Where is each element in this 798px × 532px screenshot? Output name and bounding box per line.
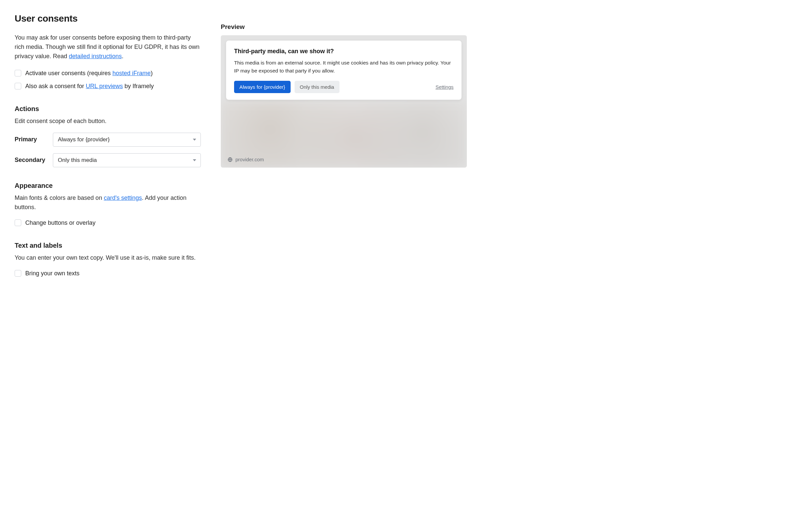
activate-consents-label-pre: Activate user consents (requires [25,70,112,76]
primary-action-row: Primary Always for {provider} [15,133,201,147]
preview-primary-button[interactable]: Always for {provider} [234,81,291,93]
text-labels-title: Text and labels [15,242,201,249]
actions-title: Actions [15,105,201,113]
activate-consents-label: Activate user consents (requires hosted … [25,69,153,77]
bring-own-texts-row: Bring your own texts [15,269,201,278]
text-labels-section: Text and labels You can enter your own t… [15,242,201,278]
url-previews-link[interactable]: URL previews [86,83,123,90]
preview-card-title: Third-party media, can we show it? [234,48,454,55]
intro-text-post: . [122,53,124,59]
detailed-instructions-link[interactable]: detailed instructions [69,53,122,59]
activate-consents-label-post: ) [151,70,153,76]
preview-consent-card: Third-party media, can we show it? This … [226,41,461,100]
preview-secondary-button[interactable]: Only this media [294,81,340,93]
preview-frame: Third-party media, can we show it? This … [221,35,467,168]
activate-consents-checkbox[interactable] [15,70,21,76]
change-buttons-label: Change buttons or overlay [25,219,95,227]
url-previews-label-pre: Also ask a consent for [25,83,86,90]
text-labels-desc: You can enter your own text copy. We'll … [15,253,201,263]
preview-settings-link[interactable]: Settings [436,84,454,90]
change-buttons-checkbox[interactable] [15,220,21,226]
preview-actions: Always for {provider} Only this media Se… [234,81,454,93]
hosted-iframe-link[interactable]: hosted iFrame [112,70,151,76]
appearance-desc: Main fonts & colors are based on card's … [15,193,201,212]
actions-desc: Edit consent scope of each button. [15,117,201,126]
primary-action-label: Primary [15,136,46,143]
appearance-section: Appearance Main fonts & colors are based… [15,182,201,227]
secondary-action-label: Secondary [15,157,46,164]
intro-text: You may ask for user consents before exp… [15,33,201,61]
page-title: User consents [15,13,201,24]
actions-section: Actions Edit consent scope of each butto… [15,105,201,167]
url-previews-consent-label: Also ask a consent for URL previews by I… [25,82,154,91]
preview-provider-domain: provider.com [235,157,264,162]
bring-own-texts-label: Bring your own texts [25,269,79,278]
primary-action-value[interactable]: Always for {provider} [53,133,201,147]
url-previews-consent-row: Also ask a consent for URL previews by I… [15,82,201,91]
appearance-title: Appearance [15,182,201,190]
activate-consents-row: Activate user consents (requires hosted … [15,69,201,77]
cards-settings-link[interactable]: card's settings [104,194,142,201]
url-previews-consent-checkbox[interactable] [15,83,21,90]
change-buttons-row: Change buttons or overlay [15,219,201,227]
secondary-action-row: Secondary Only this media [15,153,201,167]
primary-action-select[interactable]: Always for {provider} [53,133,201,147]
secondary-action-select[interactable]: Only this media [53,153,201,167]
bring-own-texts-checkbox[interactable] [15,270,21,277]
globe-icon [227,157,233,162]
preview-footer: provider.com [227,157,264,162]
preview-card-body: This media is from an external source. I… [234,59,454,75]
secondary-action-value[interactable]: Only this media [53,153,201,167]
url-previews-label-post: by Iframely [123,83,154,90]
preview-heading: Preview [221,23,467,31]
appearance-desc-pre: Main fonts & colors are based on [15,194,104,201]
